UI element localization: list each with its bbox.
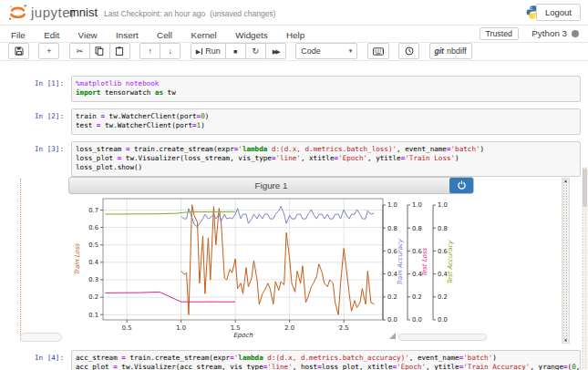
jupyter-logo[interactable]: jupyter <box>7 2 76 23</box>
play-icon: ▶ <box>196 48 201 55</box>
svg-text:0.8: 0.8 <box>412 224 422 231</box>
input-prompt: In [2]: <box>0 108 71 135</box>
interrupt-kernel-button[interactable]: ■ <box>225 43 246 59</box>
figure-title: Figure 1 <box>255 180 288 190</box>
svg-text:0.2: 0.2 <box>438 293 448 301</box>
page-scrollbar[interactable] <box>582 167 588 370</box>
restart-kernel-button[interactable]: ↻ <box>245 43 266 59</box>
copy-cell-button[interactable] <box>89 43 110 59</box>
power-icon <box>458 180 466 190</box>
code-line: train = tw.WatcherClient(port=0) <box>76 112 576 121</box>
logout-button[interactable]: Logout <box>536 4 581 21</box>
code-input[interactable]: train = tw.WatcherClient(port=0) test = … <box>71 108 581 135</box>
cell-type-dropdown[interactable]: Code ▾ <box>295 43 357 59</box>
svg-text:Train Accuracy: Train Accuracy <box>397 238 404 285</box>
paste-cell-button[interactable] <box>109 43 130 59</box>
command-palette-button[interactable] <box>367 43 389 59</box>
notebook-area: In [1]: %matplotlib notebook import tens… <box>0 61 588 370</box>
svg-text:0.8: 0.8 <box>387 224 397 231</box>
menu-edit[interactable]: Edit <box>44 27 59 44</box>
page-scrollbar-thumb[interactable] <box>583 169 587 207</box>
svg-text:2.0: 2.0 <box>284 324 294 331</box>
checkpoint-status: Last Checkpoint: an hour ago <box>104 9 205 18</box>
cell-type-value: Code <box>301 46 321 56</box>
stop-interaction-button[interactable] <box>449 178 473 193</box>
svg-text:1.0: 1.0 <box>412 201 422 209</box>
restart-icon: ↻ <box>252 47 259 56</box>
code-input[interactable]: acc_stream = train.create_stream(expr='l… <box>71 350 581 370</box>
menu-view[interactable]: View <box>78 27 98 44</box>
menu-insert[interactable]: Insert <box>116 27 139 44</box>
svg-text:Train Loss: Train Loss <box>74 242 81 275</box>
add-cell-button[interactable]: + <box>38 43 59 59</box>
svg-text:1.0: 1.0 <box>176 324 186 331</box>
code-line: loss_plot.show() <box>76 163 576 172</box>
notebook-title[interactable]: mnist <box>69 5 98 19</box>
svg-text:1.0: 1.0 <box>438 201 448 209</box>
svg-text:1.0: 1.0 <box>387 201 397 209</box>
arrow-down-icon: ↓ <box>169 47 173 56</box>
restart-run-all-button[interactable]: ▶▶ <box>265 43 286 59</box>
menu-widgets[interactable]: Widgets <box>235 27 267 44</box>
input-prompt: In [1]: <box>0 76 71 102</box>
menu-file[interactable]: File <box>11 27 26 44</box>
svg-text:Test Loss: Test Loss <box>421 247 428 277</box>
nbdiff-label: nbdiff <box>447 46 467 56</box>
svg-text:0.6: 0.6 <box>88 224 98 231</box>
code-line: test = tw.WatcherClient(port=1) <box>76 121 576 130</box>
svg-text:0.2: 0.2 <box>412 293 422 301</box>
code-cell-3: In [3]: loss_stream = train.create_strea… <box>0 141 588 177</box>
code-cell-4: In [4]: acc_stream = train.create_stream… <box>0 350 588 370</box>
svg-text:0.2: 0.2 <box>387 293 397 301</box>
output-horizontal-scrollbar[interactable] <box>398 334 487 341</box>
svg-text:0.4: 0.4 <box>88 259 98 266</box>
figure-resize-handle[interactable] <box>389 333 396 339</box>
clipboard-icon <box>115 46 124 56</box>
stop-icon: ■ <box>233 48 237 55</box>
code-input[interactable]: %matplotlib notebook import tensorwatch … <box>71 76 581 102</box>
move-cell-up-button[interactable]: ↑ <box>139 43 160 59</box>
nbdiff-button[interactable]: git nbdiff <box>429 43 472 59</box>
svg-text:0.0: 0.0 <box>438 316 448 324</box>
code-cell-1: In [1]: %matplotlib notebook import tens… <box>0 76 588 102</box>
move-cell-down-button[interactable]: ↓ <box>160 43 181 59</box>
cut-cell-button[interactable]: ✂ <box>69 43 90 59</box>
output-horizontal-scrollbar-left[interactable] <box>20 333 62 342</box>
figure-canvas[interactable]: 0.10.20.30.40.50.60.7Train Loss0.51.01.5… <box>68 194 556 340</box>
menu-help[interactable]: Help <box>286 27 304 44</box>
keyboard-icon <box>373 47 384 56</box>
save-button[interactable] <box>8 43 29 59</box>
scroll-down-icon[interactable]: ▼ <box>562 338 569 343</box>
svg-text:0.7: 0.7 <box>88 207 98 214</box>
scissors-icon: ✂ <box>77 47 84 56</box>
code-line: acc_plot = tw.Visualizer(acc_stream, vis… <box>76 363 576 370</box>
fast-forward-icon: ▶▶ <box>273 48 279 55</box>
figure-titlebar[interactable]: Figure 1 <box>68 177 474 194</box>
output-left-border <box>20 179 21 341</box>
kernel-name: Python 3 <box>531 26 567 42</box>
kernel-indicator: Python 3 <box>531 26 579 42</box>
code-line: loss_stream = train.create_stream(expr='… <box>76 145 576 154</box>
code-line: %matplotlib notebook <box>76 79 576 88</box>
chevron-down-icon: ▾ <box>349 47 353 55</box>
svg-text:1.5: 1.5 <box>231 324 241 331</box>
output-vertical-scrollbar[interactable]: ▲ ▼ <box>562 178 570 344</box>
svg-text:0.8: 0.8 <box>438 224 448 231</box>
code-input[interactable]: loss_stream = train.create_stream(expr='… <box>71 141 581 177</box>
menu-cell[interactable]: Cell <box>157 27 172 44</box>
menubar: File Edit View Insert Cell Kernel Widget… <box>0 26 588 43</box>
run-cell-button[interactable]: ▶ Run <box>191 43 226 59</box>
menu-kernel[interactable]: Kernel <box>191 27 216 44</box>
toolbar: + ✂ ↑ ↓ ▶ Run ■ ↻ ▶▶ Code <box>0 43 588 61</box>
kernel-status-icon <box>572 30 579 37</box>
svg-text:2.5: 2.5 <box>339 324 349 331</box>
run-label: Run <box>205 46 221 56</box>
trusted-badge[interactable]: Trusted <box>480 27 520 40</box>
unsaved-changes-status: (unsaved changes) <box>210 9 275 18</box>
scroll-up-icon[interactable]: ▲ <box>562 179 569 183</box>
title-group: mnist Last Checkpoint: an hour ago (unsa… <box>69 5 275 19</box>
code-line: loss_plot = tw.Visualizer(loss_stream, v… <box>76 154 576 163</box>
arrow-up-icon: ↑ <box>149 47 153 56</box>
input-prompt: In [4]: <box>0 350 71 370</box>
history-button[interactable] <box>398 43 419 59</box>
